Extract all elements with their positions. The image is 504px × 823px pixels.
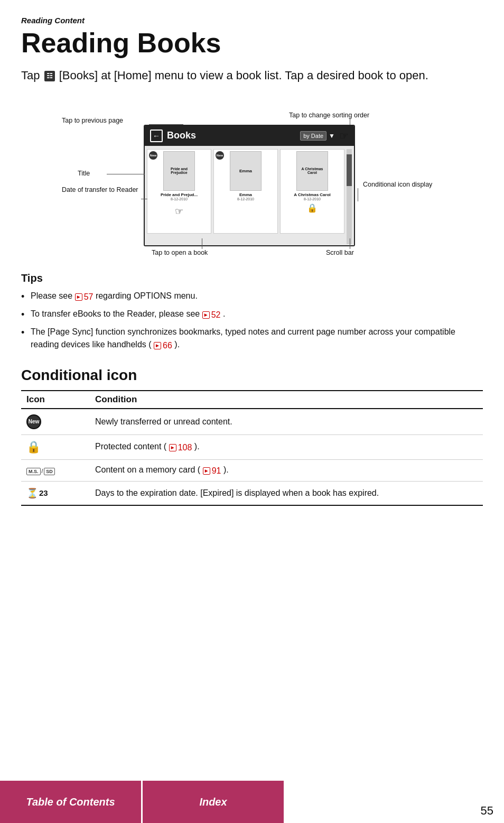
intro-paragraph: Tap ☷ [Books] at [Home] menu to view a b… [21, 68, 483, 84]
breadcrumb: Reading Content [21, 16, 483, 25]
hand-cursor-sort: ☞ [339, 130, 349, 142]
condition-memory: Content on a memory card ( ►91 ). [90, 459, 483, 481]
tip-ref-66[interactable]: ►66 [154, 339, 172, 352]
book-cover-3: A ChristmasCarol [296, 151, 328, 191]
icon-lock: 🔒 [26, 440, 41, 454]
tips-title: Tips [21, 272, 483, 284]
icon-new: New [26, 414, 41, 429]
callout-tap-previous: Tap to previous page [62, 117, 123, 124]
diagram-area: Tap to previous page Tap to change sorti… [21, 96, 483, 260]
callout-scroll: Scroll bar [326, 249, 354, 256]
conditional-icon-title: Conditional icon [21, 367, 483, 384]
callout-cond-icon: Conditional icon display [363, 180, 432, 190]
page-bottom-nav: Table of Contents Index 55 [0, 781, 504, 823]
book-item-2: Emma New Emma 8-12-2010 [213, 149, 278, 234]
conditional-icon-table: Icon Condition New Newly transferred or … [21, 390, 483, 506]
tip-item-2: To transfer eBooks to the Reader, please… [21, 308, 483, 321]
device-content: Pride andPrejudice New Pride and Prejud.… [145, 146, 354, 246]
col-header-icon: Icon [21, 391, 90, 409]
page-number-area: 55 [285, 781, 504, 823]
lock-icon-book3: 🔒 [307, 203, 318, 213]
page-number: 55 [481, 804, 493, 818]
table-row-memory: M.S. / SD Content on a memory card ( ►91… [21, 459, 483, 481]
book-date-2: 8-12-2010 [237, 197, 254, 201]
icon-memory: M.S. / SD [26, 468, 55, 475]
callout-date: Date of transfer to Reader [62, 186, 138, 195]
tips-list: Please see ►57 regarding OPTIONS menu. T… [21, 290, 483, 352]
page-title: Reading Books [21, 28, 483, 58]
scroll-bar [347, 149, 352, 244]
device-mockup: ← Books by Date ▼ ☞ Pride andPrejudice [144, 125, 355, 246]
book-title-2: Emma [239, 192, 252, 197]
sort-label: by Date [300, 131, 326, 141]
hand-cursor-book1: ☞ [175, 206, 183, 217]
index-button[interactable]: Index [143, 781, 285, 823]
callout-title: Title [78, 170, 90, 177]
book-cover-1: Pride andPrejudice [163, 151, 195, 191]
intro-text-1: Tap [21, 69, 40, 82]
toc-button[interactable]: Table of Contents [0, 781, 143, 823]
icon-expiry: ⏳23 [26, 487, 48, 499]
table-row-lock: 🔒 Protected content ( ►108 ). [21, 434, 483, 459]
book-title-1: Pride and Prejud... [161, 192, 198, 197]
new-badge-1: New [149, 151, 157, 160]
tip-ref-57[interactable]: ►57 [75, 291, 94, 303]
condition-expiry: Days to the expiration date. [Expired] i… [90, 481, 483, 505]
col-header-condition: Condition [90, 391, 483, 409]
book-item-3: A ChristmasCarol A Christmas Carol 8-12-… [280, 149, 344, 234]
memory-ref-91[interactable]: ►91 [203, 466, 221, 476]
new-badge-2: New [216, 151, 224, 160]
tip-item-1: Please see ►57 regarding OPTIONS menu. [21, 290, 483, 303]
book-cover-2: Emma [230, 151, 262, 191]
conditional-icon-section: Conditional icon Icon Condition New Newl… [21, 367, 483, 506]
tips-section: Tips Please see ►57 regarding OPTIONS me… [21, 272, 483, 352]
book-date-1: 8-12-2010 [171, 197, 188, 201]
device-header: ← Books by Date ▼ ☞ [145, 126, 354, 146]
book-date-3: 8-12-2010 [304, 197, 321, 201]
condition-lock: Protected content ( ►108 ). [90, 434, 483, 459]
callout-tap-sort: Tap to change sorting order [289, 112, 369, 119]
tip-item-3: The [Page Sync] function synchronizes bo… [21, 326, 483, 352]
lock-ref-108[interactable]: ►108 [169, 443, 192, 452]
tip-ref-52[interactable]: ►52 [202, 309, 221, 321]
book-title-3: A Christmas Carol [294, 192, 331, 197]
book-item-1: Pride andPrejudice New Pride and Prejud.… [147, 149, 211, 234]
condition-new: Newly transferred or unread content. [90, 409, 483, 435]
callout-open: Tap to open a book [152, 249, 208, 256]
device-title: Books [167, 130, 196, 141]
books-inline-icon: ☷ [44, 71, 55, 81]
back-button: ← [150, 130, 163, 142]
intro-text-2: [Books] at [Home] menu to view a book li… [59, 69, 428, 82]
table-row-new: New Newly transferred or unread content. [21, 409, 483, 435]
table-row-expiry: ⏳23 Days to the expiration date. [Expire… [21, 481, 483, 505]
